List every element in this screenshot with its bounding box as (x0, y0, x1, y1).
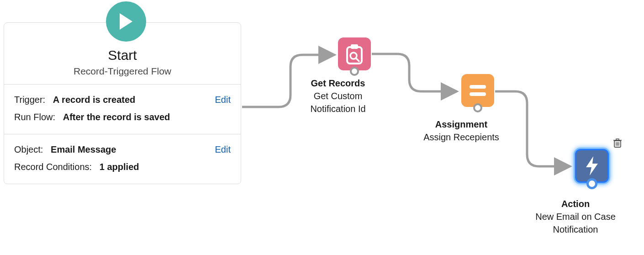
object-value: Email Message (51, 144, 116, 154)
lightning-icon (584, 155, 600, 176)
svg-rect-1 (351, 44, 358, 49)
trigger-value: A record is created (53, 95, 135, 105)
svg-rect-4 (470, 85, 486, 89)
edit-trigger-link[interactable]: Edit (215, 91, 231, 108)
node-connector-dot (350, 67, 359, 76)
action-subtitle: New Email on Case Notification (530, 210, 621, 236)
equals-icon (469, 84, 487, 97)
get-records-subtitle: Get Custom Notification Id (292, 90, 384, 115)
assignment-subtitle: Assign Recepients (416, 131, 507, 143)
svg-line-3 (356, 58, 359, 61)
start-node-card[interactable]: Start Record-Triggered Flow Edit Trigger… (4, 22, 241, 184)
assignment-label: Assignment Assign Recepients (416, 118, 507, 143)
action-title: Action (530, 197, 621, 210)
runflow-value: After the record is saved (63, 112, 170, 122)
get-records-label: Get Records Get Custom Notification Id (292, 77, 384, 115)
node-connector-dot (473, 103, 482, 112)
assignment-title: Assignment (416, 118, 507, 131)
assignment-node[interactable] (461, 74, 494, 107)
object-label: Object: (14, 144, 43, 154)
svg-rect-5 (470, 92, 486, 96)
play-icon[interactable] (106, 1, 146, 42)
clipboard-search-icon (345, 43, 364, 64)
conditions-value: 1 applied (100, 162, 139, 172)
action-label: Action New Email on Case Notification (530, 197, 621, 236)
start-object-section: Edit Object: Email Message Record Condit… (4, 134, 241, 184)
start-trigger-section: Edit Trigger: A record is created Run Fl… (4, 85, 241, 134)
get-records-title: Get Records (292, 77, 384, 90)
runflow-label: Run Flow: (14, 112, 55, 122)
delete-icon[interactable] (613, 138, 622, 149)
start-title: Start (13, 48, 232, 63)
start-subtitle: Record-Triggered Flow (13, 66, 232, 77)
action-node[interactable] (575, 149, 609, 183)
get-records-node[interactable] (338, 37, 371, 70)
edit-object-link[interactable]: Edit (215, 141, 231, 158)
conditions-label: Record Conditions: (14, 162, 92, 172)
node-connector-dot (586, 178, 597, 189)
trigger-label: Trigger: (14, 95, 45, 105)
svg-rect-8 (616, 139, 619, 140)
